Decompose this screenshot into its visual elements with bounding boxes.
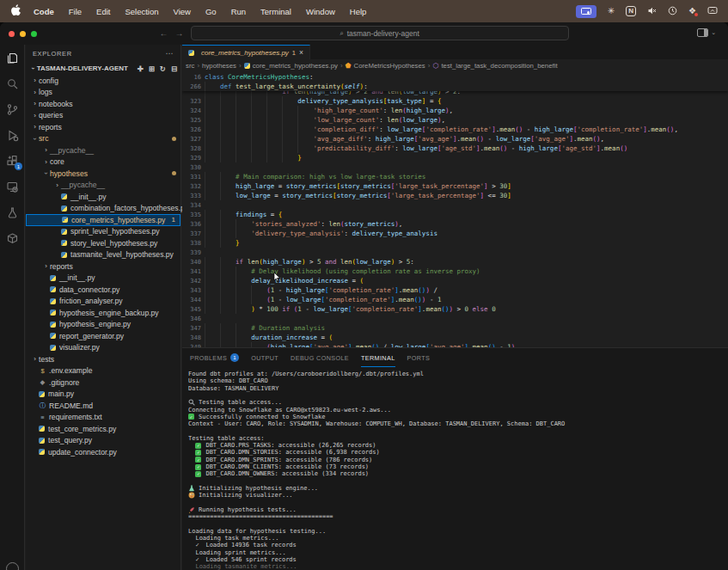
mute-icon[interactable] (647, 6, 657, 17)
code-line[interactable]: 342delay_likelihood_increase = ( (182, 276, 728, 285)
tree-folder-reports[interactable]: ›reports (26, 121, 180, 133)
tree-file-combination_factors_hypotheses.py[interactable]: combination_factors_hypotheses.py (26, 203, 180, 215)
time-icon[interactable] (668, 6, 677, 17)
tree-file-visualizer.py[interactable]: visualizer.py (26, 342, 180, 354)
tree-folder-tests[interactable]: ›tests (26, 353, 180, 365)
code-line[interactable]: 337'delivery_type_analysis': delivery_ty… (182, 229, 728, 238)
sparkle-icon[interactable]: ✳ (608, 7, 615, 15)
panel-tab-terminal[interactable]: TERMINAL (361, 348, 395, 367)
code-line[interactable]: 327'avg_age_diff': high_large['avg_age']… (182, 134, 728, 144)
breadcrumb-item[interactable]: CoreMetricsHypotheses (354, 62, 425, 70)
code-line[interactable]: 335findings = { (182, 210, 728, 219)
terminal-output[interactable]: Found dbt profiles at: /Users/caroboerid… (188, 371, 725, 570)
tree-file-data_connector.py[interactable]: data_connector.py (26, 284, 180, 296)
tree-file-.env.example[interactable]: $.env.example (26, 365, 180, 377)
tree-file-__init__.py[interactable]: __init__.py (26, 273, 180, 285)
code-line[interactable]: 346 (182, 314, 728, 323)
menu-item-view[interactable]: View (174, 7, 191, 16)
tree-folder-core[interactable]: ›core (26, 156, 180, 169)
code-line[interactable]: 323delivery_type_analysis[task_type] = { (182, 96, 728, 106)
tree-file-test_core_metrics.py[interactable]: test_core_metrics.py (26, 423, 180, 435)
code-line[interactable]: 330 (182, 162, 728, 172)
collapse-folders-icon[interactable]: ⊟ (171, 64, 177, 73)
code-line[interactable]: 16class CoreMetricsHypotheses: (182, 72, 728, 82)
forward-icon[interactable]: → (175, 28, 184, 38)
code-line[interactable]: 325'low_large_count': len(low_large), (182, 115, 728, 125)
tree-folder-notebooks[interactable]: ›notebooks (26, 98, 180, 110)
breadcrumb[interactable]: src›hypotheses›core_metrics_hypotheses.p… (182, 59, 728, 72)
tree-folder-config[interactable]: ›config (26, 75, 180, 87)
code-line[interactable]: 343(1 - high_large['completion_rate'].me… (182, 285, 728, 295)
panel-tab-ports[interactable]: PORTS (407, 348, 431, 367)
new-file-icon[interactable]: ✚ (138, 64, 144, 73)
code-line[interactable]: 338} (182, 238, 728, 248)
tree-folder-queries[interactable]: ›queries (26, 110, 180, 122)
new-folder-icon[interactable]: ⊞ (149, 64, 155, 73)
menu-item-run[interactable]: Run (231, 7, 246, 16)
code-line[interactable]: 328'predictability_diff': low_large['age… (182, 144, 728, 153)
code-editor[interactable]: 16class CoreMetricsHypotheses:266def tes… (182, 72, 728, 347)
code-line[interactable]: 331# Main comparison: high vs low large-… (182, 172, 728, 181)
apple-icon[interactable] (10, 6, 21, 17)
menu-item-edit[interactable]: Edit (96, 7, 110, 16)
panel-tab-problems[interactable]: PROBLEMS1 (190, 348, 239, 367)
menu-item-go[interactable]: Go (205, 7, 217, 16)
tree-file-.gitignore[interactable]: ◆.gitignore (26, 377, 180, 389)
tree-file-update_connector.py[interactable]: update_connector.py (26, 446, 180, 458)
code-line[interactable]: 344(1 - low_large['completion_rate'].mea… (182, 295, 728, 304)
code-line[interactable]: 341# Delay likelihood (using completion … (182, 267, 728, 276)
code-line[interactable]: 348duration_increase = ( (182, 333, 728, 342)
tab-core-metrics-hypotheses[interactable]: core_metrics_hypotheses.py 1 × (182, 45, 310, 59)
explorer-more-actions-icon[interactable]: ⋯ (165, 49, 174, 58)
remote-explorer-icon[interactable] (0, 174, 25, 199)
tree-file-story_level_hypotheses.py[interactable]: story_level_hypotheses.py (26, 237, 180, 249)
code-line[interactable]: 324'high_large_count': len(high_large), (182, 106, 728, 115)
run-debug-icon[interactable] (0, 122, 25, 148)
tree-file-main.py[interactable]: main.py (26, 389, 180, 401)
minimize-window-button[interactable] (20, 31, 26, 37)
code-line[interactable]: 329} (182, 153, 728, 162)
tree-file-hypothesis_engine_backup.py[interactable]: hypothesis_engine_backup.py (26, 307, 180, 319)
code-line[interactable]: 339 (182, 248, 728, 257)
tree-folder-src[interactable]: ›src (26, 133, 180, 145)
panel-tab-debug-console[interactable]: DEBUG CONSOLE (291, 348, 349, 367)
account-icon[interactable] (6, 562, 19, 570)
code-line[interactable]: 334 (182, 200, 728, 210)
code-line[interactable]: 336'stories_analyzed': len(story_metrics… (182, 219, 728, 229)
menu-item-window[interactable]: Window (306, 7, 335, 16)
panel-tab-output[interactable]: OUTPUT (251, 348, 278, 367)
tree-file-requirements.txt[interactable]: ≡requirements.txt (26, 412, 180, 424)
menu-item-selection[interactable]: Selection (125, 7, 158, 16)
tree-folder-__pycache__[interactable]: ›__pycache__ (26, 144, 180, 156)
display-switch-icon[interactable] (707, 6, 718, 17)
code-line[interactable]: 333low_large = story_metrics[story_metri… (182, 191, 728, 200)
code-line[interactable]: 340if len(high_large) > 5 and len(low_la… (182, 257, 728, 267)
package-icon[interactable] (0, 225, 25, 251)
tree-file-__init__.py[interactable]: __init__.py (26, 191, 180, 203)
tree-folder-hypotheses[interactable]: ›hypotheses (26, 168, 180, 180)
menu-item-file[interactable]: File (69, 7, 82, 16)
screen-share-button[interactable] (576, 5, 596, 18)
code-line[interactable]: 347# Duration analysis (182, 323, 728, 333)
tree-file-test_query.py[interactable]: test_query.py (26, 435, 180, 447)
back-icon[interactable]: ← (160, 28, 168, 38)
tree-file-tasmanite_level_hypotheses.py[interactable]: tasmanite_level_hypotheses.py (26, 249, 180, 261)
notion-icon[interactable]: N (626, 6, 636, 16)
tree-folder-__pycache__[interactable]: ›__pycache__ (26, 180, 180, 192)
tree-file-friction_analyser.py[interactable]: friction_analyser.py (26, 296, 180, 308)
source-control-icon[interactable] (0, 96, 25, 122)
workspace-section-header[interactable]: › TASMAN-DELIVERY-AGENT ✚ ⊞ ↻ ⊟ (26, 62, 180, 75)
testing-icon[interactable] (0, 199, 25, 225)
code-line[interactable]: 266def test_large_task_uncertainty(self)… (182, 82, 728, 91)
code-line[interactable]: 332high_large = story_metrics[story_metr… (182, 181, 728, 191)
tree-folder-reports[interactable]: ›reports (26, 260, 180, 273)
tree-folder-logs[interactable]: ›logs (26, 87, 180, 99)
refresh-icon[interactable]: ↻ (160, 64, 166, 73)
tree-file-sprint_level_hypotheses.py[interactable]: sprint_level_hypotheses.py (26, 226, 180, 238)
close-window-button[interactable] (9, 31, 15, 37)
code-line[interactable]: 345) * 100 if (1 - low_large['completion… (182, 304, 728, 314)
close-tab-icon[interactable]: × (299, 48, 303, 57)
search-icon[interactable] (0, 70, 25, 96)
tree-file-README.md[interactable]: ⓘREADME.md (26, 400, 180, 412)
explorer-icon[interactable] (0, 45, 25, 70)
